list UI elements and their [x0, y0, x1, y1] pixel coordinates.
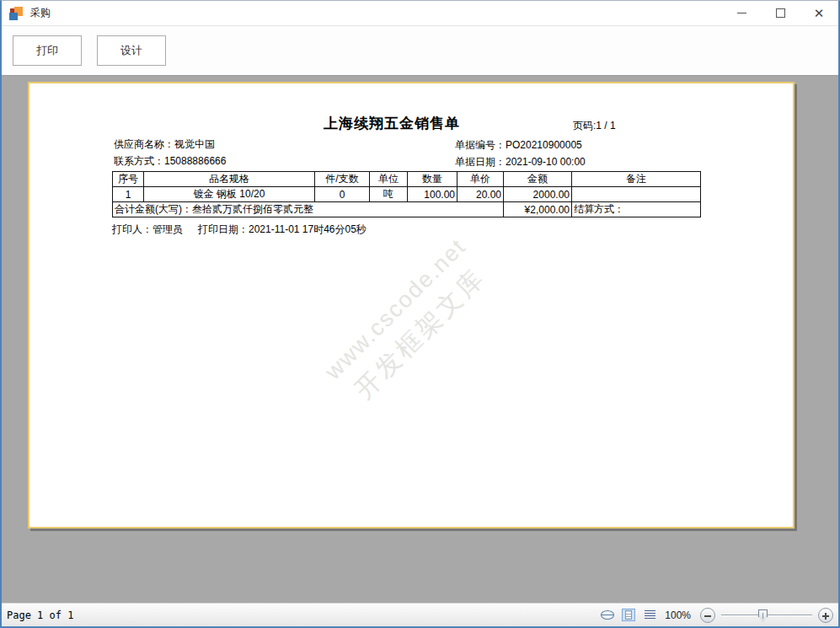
plus-icon-v	[825, 613, 827, 620]
col-header-price: 单价	[457, 172, 504, 187]
zoom-slider[interactable]	[721, 608, 812, 623]
cell-remark	[572, 187, 701, 202]
toolbar: 打印 设计	[2, 26, 838, 76]
zoom-in-button[interactable]	[818, 608, 833, 623]
col-header-remark: 备注	[572, 172, 701, 187]
doc-date-value: 2021-09-10 00:00	[506, 156, 586, 168]
single-page-view-button[interactable]	[621, 609, 636, 622]
page-glyph	[625, 610, 632, 620]
continuous-view-button[interactable]	[642, 609, 657, 622]
minimize-button[interactable]	[722, 1, 761, 25]
statusbar-controls: 100%	[600, 608, 835, 623]
print-info-line: 打印人：管理员打印日期：2021-11-01 17时46分05秒	[112, 223, 366, 237]
maximize-icon	[776, 8, 785, 18]
page-info-label: Page 1 of 1	[5, 609, 73, 621]
watermark-line2: 开发框架文库	[306, 219, 535, 448]
zoom-slider-thumb[interactable]	[758, 609, 768, 622]
supplier-field: 供应商名称：视觉中国	[114, 137, 215, 152]
print-by-value: 管理员	[152, 223, 183, 235]
cell-seq: 1	[113, 187, 144, 202]
col-header-amount: 金额	[504, 172, 572, 187]
maximize-button[interactable]	[761, 1, 800, 25]
doc-no-value: PO20210900005	[506, 139, 582, 151]
footer-total-amount: ¥2,000.00	[504, 202, 572, 217]
document-page: www.cscode.net 开发框架文库 上海续翔五金销售单 页码:1 / 1…	[28, 82, 795, 529]
footer-total-caps: 合计金额(大写)：叁拾贰万贰仟捌佰零贰元整	[113, 202, 504, 217]
table-row: 1 镀金 钢板 10/20 0 吨 100.00 20.00 2000.00	[113, 187, 701, 202]
multipage-view-button[interactable]	[600, 609, 615, 622]
zoom-level-label: 100%	[665, 609, 691, 621]
minimize-icon	[737, 13, 746, 13]
design-button[interactable]: 设计	[97, 35, 166, 66]
doc-no-label: 单据编号：	[455, 139, 506, 151]
close-button[interactable]: ✕	[800, 1, 838, 25]
print-date-label: 打印日期：	[198, 223, 249, 235]
cell-price: 20.00	[457, 187, 504, 202]
continuous-view-icon	[645, 610, 655, 620]
supplier-label: 供应商名称：	[114, 138, 174, 150]
window-title: 采购	[30, 6, 51, 20]
items-table: 序号 品名规格 件/支数 单位 数量 单价 金额 备注 1 镀金 钢板 10/2…	[112, 171, 701, 217]
contact-value: 15088886666	[164, 155, 226, 167]
col-header-pieces: 件/支数	[315, 172, 370, 187]
print-preview-area: www.cscode.net 开发框架文库 上海续翔五金销售单 页码:1 / 1…	[2, 76, 838, 603]
doc-no-field: 单据编号：PO20210900005	[455, 138, 582, 153]
print-by-label: 打印人：	[112, 223, 152, 235]
app-logo-icon	[9, 7, 24, 20]
supplier-value: 视觉中国	[174, 138, 215, 150]
page-number-label: 页码:1 / 1	[573, 119, 616, 133]
doc-date-label: 单据日期：	[455, 156, 506, 168]
document-content: www.cscode.net 开发框架文库 上海续翔五金销售单 页码:1 / 1…	[29, 83, 793, 527]
cell-product: 镀金 钢板 10/20	[144, 187, 315, 202]
cell-pieces: 0	[315, 187, 370, 202]
titlebar: 采购 ✕	[2, 1, 838, 26]
app-window: 采购 ✕ 打印 设计 www.cscode.net 开发框架文库 上海续翔五金销…	[0, 0, 840, 628]
print-date-value: 2021-11-01 17时46分05秒	[249, 223, 366, 235]
zoom-out-button[interactable]	[700, 608, 715, 623]
doc-date-field: 单据日期：2021-09-10 00:00	[455, 155, 586, 169]
table-header-row: 序号 品名规格 件/支数 单位 数量 单价 金额 备注	[113, 172, 701, 187]
logo-blue-square	[9, 13, 18, 20]
table-footer-row: 合计金额(大写)：叁拾贰万贰仟捌佰零贰元整 ¥2,000.00 结算方式：	[113, 202, 701, 217]
contact-field: 联系方式：15088886666	[114, 154, 226, 169]
multipage-view-icon	[601, 610, 614, 620]
col-header-unit: 单位	[370, 172, 408, 187]
col-header-qty: 数量	[408, 172, 457, 187]
statusbar: Page 1 of 1 100%	[2, 603, 838, 626]
col-header-product: 品名规格	[144, 172, 315, 187]
cell-qty: 100.00	[408, 187, 457, 202]
single-page-view-icon	[622, 609, 635, 621]
col-header-seq: 序号	[113, 172, 144, 187]
cell-unit: 吨	[370, 187, 408, 202]
cell-amount: 2000.00	[504, 187, 572, 202]
footer-settlement: 结算方式：	[572, 202, 701, 217]
minus-icon	[704, 615, 711, 617]
contact-label: 联系方式：	[114, 155, 164, 167]
print-button[interactable]: 打印	[13, 35, 82, 66]
